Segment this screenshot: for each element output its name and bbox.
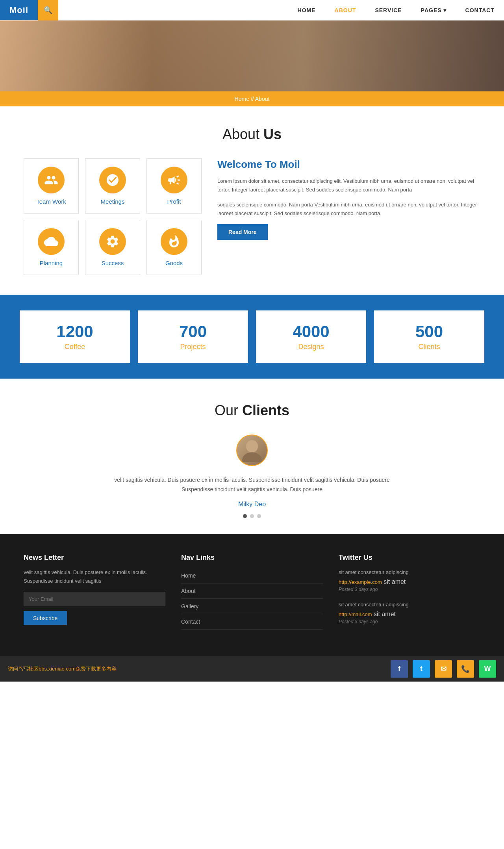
footer-nav-links: Nav Links Home About Gallery Contact [181, 554, 323, 633]
client-name: Milky Deo [24, 501, 480, 508]
tweet-2-link[interactable]: http://mail.com [339, 611, 372, 617]
meetings-label: Meetings [101, 198, 125, 205]
dot-1[interactable] [243, 514, 247, 518]
bottom-bar: 访问鸟写社区bbs.xieniao.com免费下载更多内容 f t ✉ 📞 W [0, 656, 504, 682]
footer-links-list: Home About Gallery Contact [181, 568, 323, 630]
tweet-2-date: Posted 3 days ago [339, 619, 378, 624]
avatar [236, 435, 268, 466]
stat-designs: 4000 Designs [256, 310, 366, 363]
about-title: About Us [24, 126, 480, 143]
clients-title: Our Clients [24, 402, 480, 419]
icon-card-goods[interactable]: Goods [146, 220, 202, 275]
breadcrumb-current: About [255, 96, 270, 102]
planning-label: Planning [40, 260, 63, 266]
stat-clients-label: Clients [382, 343, 476, 351]
footer-link-contact[interactable]: Contact [181, 619, 200, 625]
email-field[interactable] [24, 592, 165, 606]
icon-card-meetings[interactable]: Meetings [85, 158, 140, 214]
stat-clients: 500 Clients [374, 310, 484, 363]
nav-about[interactable]: ABOUT [325, 0, 366, 20]
breadcrumb-separator: // [251, 96, 255, 102]
tweet-2-text: sit amet consectetur adipiscing [339, 600, 480, 609]
goods-label: Goods [165, 260, 183, 266]
hero-section [0, 20, 504, 91]
client-testimonial-text: velit sagittis vehicula. Duis posuere ex… [102, 476, 402, 494]
nav-service[interactable]: SERVICE [365, 0, 411, 20]
nav-home[interactable]: HOME [288, 0, 325, 20]
nav-pages[interactable]: PAGES ▾ [411, 0, 456, 20]
breadcrumb-home[interactable]: Home [235, 96, 249, 102]
footer-link-about[interactable]: About [181, 588, 196, 594]
navbar: Moil 🔍 HOME ABOUT SERVICE PAGES ▾ CONTAC… [0, 0, 504, 20]
facebook-button[interactable]: f [391, 660, 408, 678]
stat-coffee: 1200 Coffee [20, 310, 130, 363]
about-para1: Lorem ipsum dolor sit amet, consectetur … [217, 177, 480, 194]
svg-point-1 [242, 452, 262, 462]
phone-button[interactable]: 📞 [457, 660, 474, 678]
about-para2: sodales scelerisque commodo. Nam porta V… [217, 201, 480, 218]
about-title-text1: About [222, 126, 263, 142]
stat-projects: 700 Projects [138, 310, 248, 363]
about-section: About Us Team Work Meetings [0, 106, 504, 295]
stat-coffee-label: Coffee [28, 343, 122, 351]
about-text-content: Welcome To Moil Lorem ipsum dolor sit am… [217, 158, 480, 240]
stats-section: 1200 Coffee 700 Projects 4000 Designs 50… [0, 295, 504, 379]
footer-link-home[interactable]: Home [181, 572, 196, 579]
tweet-1-text: sit amet consectetur adipiscing [339, 568, 480, 577]
carousel-dots [24, 514, 480, 518]
stat-projects-number: 700 [146, 322, 240, 341]
chevron-down-icon: ▾ [443, 7, 447, 13]
footer: News Letter velit sagittis vehicula. Dui… [0, 534, 504, 656]
clients-title-text1: Our [215, 402, 242, 418]
stat-projects-label: Projects [146, 343, 240, 351]
tweet-1: sit amet consectetur adipiscing http://e… [339, 568, 480, 593]
read-more-button[interactable]: Read More [217, 224, 268, 240]
profit-icon [161, 167, 187, 193]
stat-coffee-number: 1200 [28, 322, 122, 341]
icon-card-planning[interactable]: Planning [24, 220, 79, 275]
footer-grid: News Letter velit sagittis vehicula. Dui… [24, 554, 480, 633]
list-item: Gallery [181, 599, 323, 614]
icons-grid: Team Work Meetings Profit [24, 158, 202, 275]
tweet-2: sit amet consectetur adipiscing http://m… [339, 600, 480, 625]
tweet-1-link[interactable]: http://example.com [339, 579, 382, 585]
list-item: About [181, 583, 323, 599]
list-item: Contact [181, 614, 323, 630]
stats-grid: 1200 Coffee 700 Projects 4000 Designs 50… [0, 310, 504, 363]
tweet-1-date: Posted 3 days ago [339, 587, 378, 592]
about-content: Team Work Meetings Profit [24, 158, 480, 275]
tweet-2-suffix: sit amet [374, 611, 396, 617]
footer-link-gallery[interactable]: Gallery [181, 603, 198, 609]
email-button[interactable]: ✉ [435, 660, 452, 678]
subscribe-button[interactable]: Subscribe [24, 611, 67, 625]
planning-icon [38, 228, 65, 255]
nav-contact[interactable]: CONTACT [456, 0, 504, 20]
success-icon [99, 228, 126, 255]
team-work-label: Team Work [36, 198, 66, 205]
dot-3[interactable] [257, 514, 261, 518]
goods-icon [161, 228, 187, 255]
newsletter-title: News Letter [24, 554, 165, 562]
success-label: Success [102, 260, 124, 266]
dot-2[interactable] [250, 514, 254, 518]
whatsapp-button[interactable]: W [479, 660, 496, 678]
footer-twitter: Twitter Us sit amet consectetur adipisci… [339, 554, 480, 633]
icon-card-profit[interactable]: Profit [146, 158, 202, 214]
svg-point-0 [246, 440, 258, 453]
twitter-button[interactable]: t [413, 660, 430, 678]
footer-newsletter: News Letter velit sagittis vehicula. Dui… [24, 554, 165, 633]
profit-label: Profit [167, 198, 181, 205]
icon-card-team-work[interactable]: Team Work [24, 158, 79, 214]
meetings-icon [99, 167, 126, 193]
search-icon: 🔍 [44, 6, 52, 15]
welcome-title: Welcome To Moil [217, 158, 480, 171]
nav-links: HOME ABOUT SERVICE PAGES ▾ CONTACT [288, 0, 504, 20]
stat-clients-number: 500 [382, 322, 476, 341]
brand-logo[interactable]: Moil [0, 0, 38, 20]
icon-card-success[interactable]: Success [85, 220, 140, 275]
breadcrumb-bar: Home // About [0, 91, 504, 106]
search-button[interactable]: 🔍 [38, 0, 58, 20]
clients-section: Our Clients velit sagittis vehicula. Dui… [0, 379, 504, 534]
breadcrumb: Home // About [235, 96, 270, 102]
twitter-title: Twitter Us [339, 554, 480, 562]
